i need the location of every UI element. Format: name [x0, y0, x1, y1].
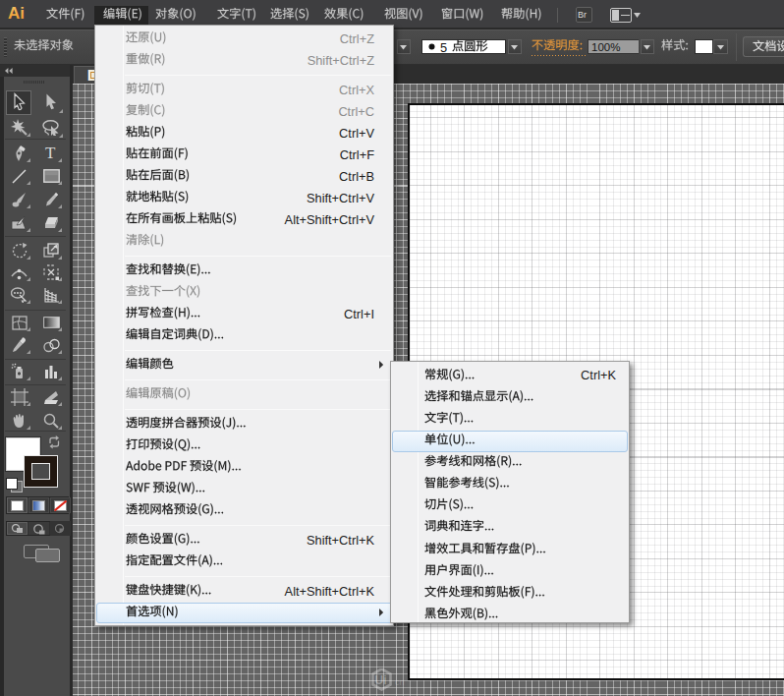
svg-text:cn: cn: [395, 677, 405, 687]
svg-text:Ai: Ai: [8, 4, 25, 23]
svg-text:Ui: Ui: [375, 673, 387, 687]
